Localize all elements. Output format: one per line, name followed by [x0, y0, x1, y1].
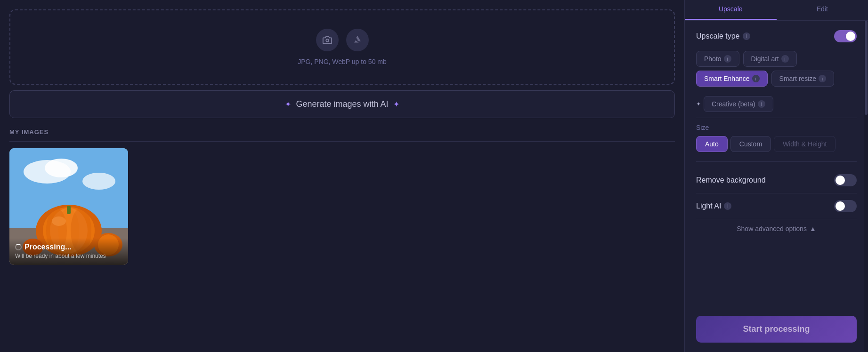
light-ai-toggle-thumb — [836, 201, 845, 211]
main-content: JPG, PNG, WebP up to 50 mb ✦ Generate im… — [0, 0, 684, 352]
size-btn-custom-label: Custom — [739, 140, 762, 148]
tab-bar: Upscale Edit — [685, 0, 868, 21]
image-overlay: Processing... Will be ready in about a f… — [9, 238, 128, 265]
type-buttons: Photo i Digital art i Smart Enhance i Sm… — [696, 51, 857, 87]
smart-resize-info-icon[interactable]: i — [819, 75, 826, 82]
type-btn-creative-label: Creative (beta) — [712, 100, 755, 108]
upscale-type-label: Upscale type i — [696, 32, 750, 40]
size-buttons: Auto Custom Width & Height — [696, 136, 857, 152]
divider-1 — [696, 118, 857, 118]
image-card[interactable]: Processing... Will be ready in about a f… — [9, 148, 128, 265]
scrollbar-track[interactable] — [864, 21, 868, 352]
svg-point-16 — [52, 216, 66, 226]
upload-icons — [316, 29, 369, 51]
size-btn-custom[interactable]: Custom — [730, 136, 771, 152]
type-btn-photo-label: Photo — [704, 55, 722, 63]
start-processing-label: Start processing — [743, 324, 810, 334]
light-ai-label: Light AI i — [696, 202, 731, 210]
upscale-type-row: Upscale type i — [696, 30, 857, 42]
tab-edit[interactable]: Edit — [777, 0, 868, 20]
light-ai-toggle[interactable] — [834, 200, 857, 212]
type-btn-smart-resize[interactable]: Smart resize i — [771, 71, 835, 87]
tab-upscale[interactable]: Upscale — [685, 0, 777, 20]
generate-btn-label: Generate images with AI — [296, 99, 388, 109]
type-btn-smart-resize-label: Smart resize — [779, 75, 817, 82]
light-ai-row: Light AI i — [696, 193, 857, 219]
sparkle-left-icon: ✦ — [285, 100, 291, 109]
size-section: Size Auto Custom Width & Height — [696, 124, 857, 152]
remove-background-toggle[interactable] — [834, 174, 857, 186]
size-label: Size — [696, 124, 857, 131]
remove-background-label: Remove background — [696, 176, 766, 184]
processing-spinner-icon — [15, 244, 22, 250]
image-grid: Processing... Will be ready in about a f… — [9, 148, 675, 265]
type-btn-digital-art-label: Digital art — [751, 55, 779, 63]
type-btn-digital-art[interactable]: Digital art i — [743, 51, 797, 67]
right-panel: Upscale Edit Upscale type i Photo i — [684, 0, 868, 352]
remove-bg-toggle-thumb — [836, 176, 845, 185]
svg-point-4 — [82, 173, 115, 190]
start-processing-button[interactable]: Start processing — [696, 316, 857, 343]
panel-content: Upscale type i Photo i Digital art i Sma… — [685, 21, 868, 316]
svg-rect-12 — [67, 206, 71, 214]
upload-area[interactable]: JPG, PNG, WebP up to 50 mb — [9, 9, 675, 85]
creative-info-icon[interactable]: i — [758, 100, 765, 108]
sparkle-right-icon: ✦ — [393, 100, 399, 109]
size-btn-auto[interactable]: Auto — [696, 136, 728, 152]
type-btn-smart-enhance-label: Smart Enhance — [704, 75, 750, 82]
size-btn-auto-label: Auto — [705, 140, 719, 148]
type-btn-smart-enhance[interactable]: Smart Enhance i — [696, 71, 768, 87]
light-ai-info-icon[interactable]: i — [724, 202, 731, 210]
svg-point-0 — [326, 39, 329, 42]
photo-info-icon[interactable]: i — [724, 55, 731, 63]
smart-enhance-info-icon[interactable]: i — [752, 75, 760, 82]
divider-2 — [696, 161, 857, 162]
size-btn-width-height[interactable]: Width & Height — [774, 136, 836, 152]
creative-row: ✦ Creative (beta) i — [696, 96, 857, 112]
upscale-type-info-icon[interactable]: i — [743, 32, 750, 40]
chevron-up-icon: ▲ — [810, 225, 816, 232]
digital-art-info-icon[interactable]: i — [781, 55, 789, 63]
svg-point-3 — [45, 159, 78, 177]
type-btn-photo[interactable]: Photo i — [696, 51, 739, 67]
processing-sub-text: Will be ready in about a few minutes — [15, 253, 122, 259]
upload-drive-button[interactable] — [346, 29, 369, 51]
size-btn-width-height-label: Width & Height — [783, 140, 827, 148]
processing-label: Processing... — [15, 243, 122, 251]
upscale-type-toggle[interactable] — [834, 30, 857, 42]
images-divider — [9, 141, 675, 142]
processing-text: Processing... — [24, 243, 72, 251]
my-images-label: MY IMAGES — [9, 128, 675, 136]
tab-edit-label: Edit — [817, 5, 828, 13]
advanced-options-row[interactable]: Show advanced options ▲ — [696, 219, 857, 238]
upload-hint: JPG, PNG, WebP up to 50 mb — [298, 58, 387, 65]
type-btn-creative[interactable]: Creative (beta) i — [704, 96, 773, 112]
toggle-thumb — [846, 32, 855, 41]
generate-ai-button[interactable]: ✦ Generate images with AI ✦ — [9, 90, 675, 118]
advanced-options-label: Show advanced options — [737, 225, 807, 232]
creative-sparkle-icon: ✦ — [696, 101, 701, 107]
tab-upscale-label: Upscale — [719, 5, 743, 13]
scrollbar-thumb[interactable] — [865, 21, 868, 115]
upload-file-button[interactable] — [316, 29, 339, 51]
remove-background-row: Remove background — [696, 168, 857, 193]
